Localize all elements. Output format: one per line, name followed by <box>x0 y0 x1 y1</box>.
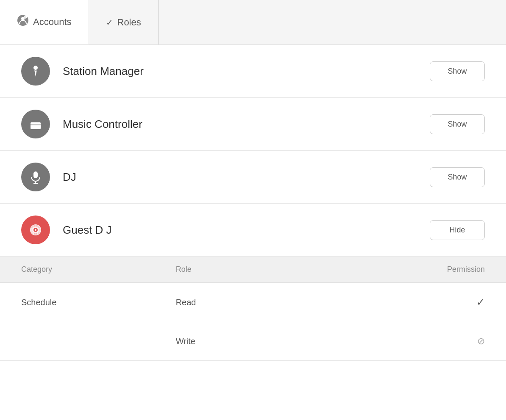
permissions-section: Category Role Permission Schedule Read ✓… <box>0 257 506 361</box>
avatar <box>21 216 50 244</box>
permission-header: Permission <box>330 265 485 274</box>
permission-check-icon: ✓ <box>330 296 485 308</box>
svg-point-5 <box>33 66 38 70</box>
svg-point-14 <box>35 229 36 231</box>
category-cell: Schedule <box>21 298 176 307</box>
role-header: Role <box>176 265 331 274</box>
role-name: Station Manager <box>63 65 417 78</box>
hide-button[interactable]: Hide <box>430 220 485 240</box>
role-list: Station Manager Show Music Controller Sh… <box>0 45 506 257</box>
role-name: Music Controller <box>63 118 417 131</box>
list-item: Guest D J Hide <box>0 204 506 257</box>
roles-check-icon: ✓ <box>106 17 113 28</box>
svg-rect-7 <box>31 122 41 129</box>
svg-rect-9 <box>33 171 38 178</box>
show-button[interactable]: Show <box>430 61 485 81</box>
tab-accounts[interactable]: Accounts <box>0 0 89 44</box>
show-button[interactable]: Show <box>430 167 485 187</box>
list-item: Music Controller Show <box>0 98 506 151</box>
avatar <box>21 110 50 138</box>
category-header: Category <box>21 265 176 274</box>
list-item: Station Manager Show <box>0 45 506 98</box>
tab-bar: Accounts ✓ Roles <box>0 0 506 45</box>
show-button[interactable]: Show <box>430 114 485 134</box>
list-item: DJ Show <box>0 151 506 204</box>
permission-deny-icon: ⊘ <box>330 336 485 347</box>
avatar <box>21 57 50 86</box>
tab-roles-label: Roles <box>117 17 141 28</box>
table-row: Schedule Read ✓ <box>0 283 506 322</box>
table-row: Write ⊘ <box>0 322 506 361</box>
tab-spacer <box>158 0 506 44</box>
role-cell: Read <box>176 298 331 307</box>
accounts-icon <box>17 14 29 29</box>
permissions-header: Category Role Permission <box>0 257 506 283</box>
role-cell: Write <box>176 337 331 346</box>
svg-marker-6 <box>34 70 37 77</box>
role-name: Guest D J <box>63 224 417 237</box>
tab-roles[interactable]: ✓ Roles <box>89 0 158 44</box>
role-name: DJ <box>63 171 417 184</box>
avatar <box>21 163 50 191</box>
tab-accounts-label: Accounts <box>33 17 72 28</box>
